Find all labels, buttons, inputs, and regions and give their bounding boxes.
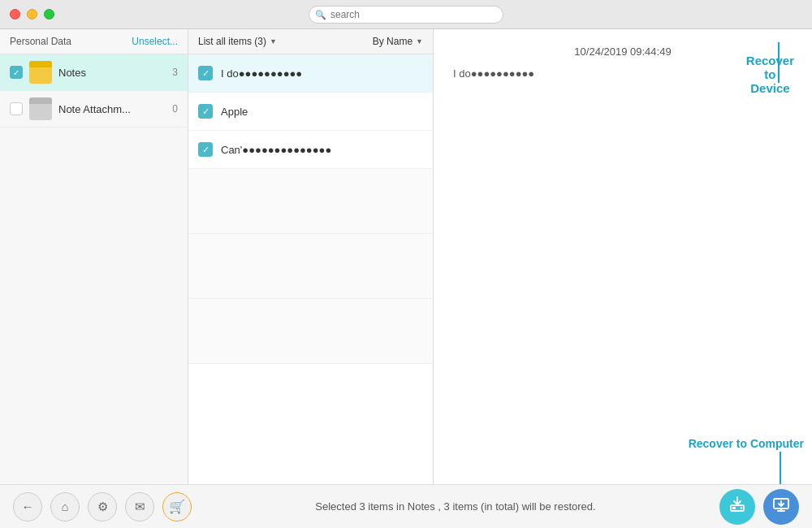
home-button[interactable]: ⌂ <box>50 492 80 522</box>
sidebar-item-notes[interactable]: Notes 3 <box>0 54 188 91</box>
recover-computer-icon <box>772 496 790 517</box>
personal-data-label: Personal Data <box>10 36 71 47</box>
note3-checkbox[interactable] <box>198 142 213 157</box>
note3-title: Can'●●●●●●●●●●●●●● <box>221 144 331 156</box>
notes-label: Notes <box>58 67 166 79</box>
notes-count: 3 <box>172 67 178 78</box>
empty-slot-2 <box>188 234 433 299</box>
notes-checkbox[interactable] <box>10 66 23 79</box>
search-icon: 🔍 <box>315 9 326 19</box>
status-text: Selected 3 items in Notes , 3 items (in … <box>192 500 719 513</box>
preview-timestamp: 10/24/2019 09:44:49 <box>453 45 793 58</box>
attachments-count: 0 <box>172 103 178 115</box>
empty-slot-1 <box>188 169 433 234</box>
sidebar: Personal Data Unselect... Notes 3 Note A… <box>0 29 188 484</box>
notes-list-header: List all items (3) ▼ By Name ▼ <box>188 29 433 54</box>
note2-checkbox[interactable] <box>198 104 213 119</box>
note1-title: I do●●●●●●●●●● <box>221 67 302 80</box>
note-item-1[interactable]: I do●●●●●●●●●● <box>188 54 433 93</box>
attachments-folder-icon <box>29 97 52 120</box>
sort-dropdown-icon: ▼ <box>416 37 423 45</box>
sidebar-item-attachments[interactable]: Note Attachm... 0 <box>0 91 188 128</box>
notes-folder-icon <box>29 61 52 84</box>
search-input[interactable] <box>309 6 503 24</box>
search-bar[interactable]: 🔍 <box>309 6 503 24</box>
svg-rect-1 <box>732 507 736 509</box>
nav-icons: ← ⌂ ⚙ ✉ 🛒 <box>13 492 192 522</box>
minimize-button[interactable] <box>27 9 37 19</box>
recover-device-icon <box>728 496 746 517</box>
recover-computer-label[interactable]: Recover to Computer <box>689 437 804 450</box>
back-button[interactable]: ← <box>13 492 42 522</box>
note-item-3[interactable]: Can'●●●●●●●●●●●●●● <box>188 131 433 169</box>
recover-device-button[interactable]: Recover to Device <box>746 54 794 95</box>
unselect-button[interactable]: Unselect... <box>132 36 178 47</box>
close-button[interactable] <box>10 9 20 19</box>
maximize-button[interactable] <box>44 9 54 19</box>
svg-point-2 <box>741 507 742 509</box>
empty-slot-3 <box>188 299 433 364</box>
settings-button[interactable]: ⚙ <box>88 492 117 522</box>
main-layout: Personal Data Unselect... Notes 3 Note A… <box>0 29 812 484</box>
sort-filter-button[interactable]: By Name ▼ <box>373 36 423 47</box>
cart-icon: 🛒 <box>169 499 185 514</box>
list-filter-button[interactable]: List all items (3) ▼ <box>198 36 277 47</box>
home-icon: ⌂ <box>61 500 68 513</box>
list-filter-label: List all items (3) <box>198 36 266 47</box>
bottom-bar: ← ⌂ ⚙ ✉ 🛒 Selected 3 items in Notes , 3 … <box>0 484 812 528</box>
attachments-checkbox[interactable] <box>10 102 23 115</box>
notes-list-panel: List all items (3) ▼ By Name ▼ I do●●●●●… <box>188 29 434 484</box>
recover-computer-arrow-line <box>780 452 781 484</box>
sort-filter-label: By Name <box>373 36 412 47</box>
titlebar: 🔍 <box>0 0 812 29</box>
attachments-label: Note Attachm... <box>58 103 166 115</box>
note-item-2[interactable]: Apple <box>188 93 433 131</box>
cart-button[interactable]: 🛒 <box>162 492 192 522</box>
recover-to-computer-action-button[interactable] <box>763 489 799 525</box>
gear-icon: ⚙ <box>97 500 108 514</box>
traffic-lights <box>10 9 54 19</box>
back-icon: ← <box>22 500 34 513</box>
note1-checkbox[interactable] <box>198 66 213 80</box>
note2-title: Apple <box>221 106 248 118</box>
preview-content: I do●●●●●●●●●● <box>453 67 793 80</box>
filter-dropdown-icon: ▼ <box>270 37 277 45</box>
sidebar-header: Personal Data Unselect... <box>0 29 188 54</box>
recover-to-device-action-button[interactable] <box>719 489 755 525</box>
mail-icon: ✉ <box>135 500 145 514</box>
mail-button[interactable]: ✉ <box>125 492 154 522</box>
preview-panel: Recover to Device 10/24/2019 09:44:49 I … <box>434 29 812 484</box>
recover-labels-area: Recover to Computer <box>689 437 804 484</box>
action-buttons <box>719 489 799 525</box>
